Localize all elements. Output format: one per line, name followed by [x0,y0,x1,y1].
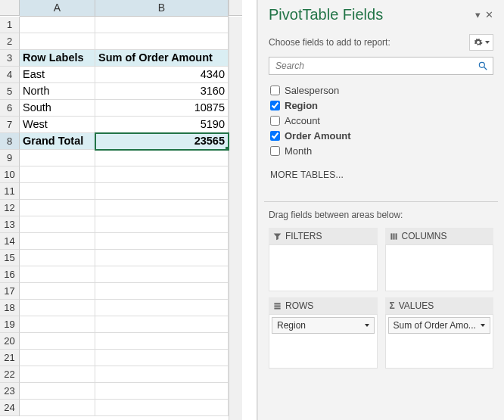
pivot-value-header[interactable]: Sum of Order Amount [95,50,229,67]
pivot-row-value[interactable]: 10875 [95,100,229,117]
cell[interactable] [95,33,229,50]
pivot-row-labels-header[interactable]: Row Labels [20,50,95,67]
row-header[interactable]: 12 [0,200,20,216]
pivot-row-value[interactable]: 4340 [95,67,229,83]
values-area[interactable]: Σ VALUES Sum of Order Amo... [385,297,494,369]
cell[interactable] [20,150,95,166]
pivot-row-value[interactable]: 5190 [95,117,229,133]
cell[interactable] [20,200,95,216]
cell[interactable] [95,350,229,366]
cell[interactable] [95,183,229,200]
field-salesperson[interactable]: Salesperson [269,84,493,97]
row-header[interactable]: 10 [0,166,20,183]
row-header[interactable]: 23 [0,383,20,400]
row-header[interactable]: 19 [0,316,20,333]
cell[interactable] [20,166,95,183]
cell[interactable] [20,33,95,50]
filters-area[interactable]: FILTERS [269,228,378,291]
filters-drop[interactable] [269,244,378,291]
field-checkbox[interactable] [270,131,280,141]
cell[interactable] [20,366,95,383]
pivot-row-label[interactable]: East [20,67,95,83]
row-header[interactable]: 6 [0,100,20,117]
cell[interactable] [20,233,95,250]
cell[interactable] [20,300,95,316]
row-header[interactable]: 17 [0,283,20,300]
close-icon[interactable]: ✕ [485,9,493,20]
cell[interactable] [20,350,95,366]
row-header[interactable]: 24 [0,400,20,416]
pivot-row-label[interactable]: South [20,100,95,117]
columns-area[interactable]: COLUMNS [385,228,494,291]
cell[interactable] [95,150,229,166]
tools-button[interactable] [469,34,493,51]
cell[interactable] [20,17,95,33]
cell[interactable] [95,200,229,216]
pivot-row-label[interactable]: North [20,83,95,100]
row-header[interactable]: 21 [0,350,20,366]
row-header[interactable]: 4 [0,67,20,83]
row-header[interactable]: 5 [0,83,20,100]
cell[interactable] [95,383,229,400]
cell[interactable] [95,283,229,300]
row-header[interactable]: 7 [0,117,20,133]
field-checkbox[interactable] [270,86,280,95]
values-pill-sum[interactable]: Sum of Order Amo... [388,317,491,334]
cell[interactable] [95,333,229,350]
cell[interactable] [95,166,229,183]
cell[interactable] [20,250,95,266]
cell[interactable] [20,283,95,300]
cell[interactable] [95,400,229,416]
rows-area[interactable]: ROWS Region [269,297,378,369]
cell[interactable] [95,300,229,316]
rows-pill-region[interactable]: Region [272,317,375,334]
grand-total-value[interactable]: 23565 [95,133,229,150]
row-header[interactable]: 3 [0,50,20,67]
cell[interactable] [95,366,229,383]
search-box[interactable] [269,57,493,75]
cell[interactable] [20,316,95,333]
row-header[interactable]: 9 [0,150,20,166]
row-header[interactable]: 15 [0,250,20,266]
row-header[interactable]: 2 [0,33,20,50]
row-header[interactable]: 16 [0,266,20,283]
row-header[interactable]: 22 [0,366,20,383]
rows-drop[interactable]: Region [269,314,378,369]
column-header-B[interactable]: B [95,0,229,16]
cell[interactable] [20,383,95,400]
row-header[interactable]: 13 [0,216,20,233]
cell[interactable] [20,400,95,416]
row-header[interactable]: 1 [0,17,20,33]
cell[interactable] [95,216,229,233]
cell[interactable] [95,250,229,266]
field-checkbox[interactable] [270,146,280,156]
more-tables-link[interactable]: MORE TABLES... [270,170,493,180]
column-header-A[interactable]: A [20,0,95,16]
cell[interactable] [20,266,95,283]
select-all-corner[interactable] [0,0,20,16]
row-header[interactable]: 11 [0,183,20,200]
cell[interactable] [95,17,229,33]
field-region[interactable]: Region [269,99,493,112]
columns-drop[interactable] [385,244,494,291]
grand-total-label[interactable]: Grand Total [20,133,95,150]
cell[interactable] [95,233,229,250]
pivot-row-value[interactable]: 3160 [95,83,229,100]
values-drop[interactable]: Sum of Order Amo... [385,314,494,369]
row-header[interactable]: 14 [0,233,20,250]
cell[interactable] [20,216,95,233]
cell[interactable] [20,333,95,350]
row-header[interactable]: 20 [0,333,20,350]
field-account[interactable]: Account [269,114,493,127]
field-checkbox[interactable] [270,116,280,126]
vertical-scrollbar[interactable] [229,17,242,420]
row-header[interactable]: 18 [0,300,20,316]
field-month[interactable]: Month [269,145,493,157]
cell[interactable] [95,266,229,283]
pivot-row-label[interactable]: West [20,117,95,133]
row-header[interactable]: 8 [0,133,20,150]
field-order-amount[interactable]: Order Amount [269,129,493,142]
field-checkbox[interactable] [270,101,280,110]
cell[interactable] [95,316,229,333]
search-input[interactable] [274,60,478,72]
